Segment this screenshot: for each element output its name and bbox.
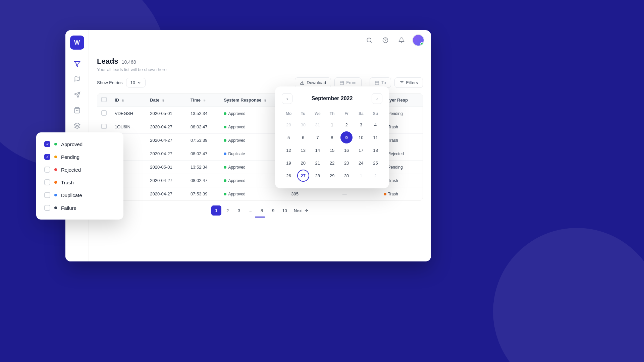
page-3[interactable]: 3 — [234, 205, 244, 216]
entries-select[interactable]: 10 — [126, 78, 146, 87]
calendar-day-2-0[interactable]: 12 — [283, 144, 295, 156]
calendar-day-3-4[interactable]: 23 — [340, 157, 353, 169]
calendar-day-1-0[interactable]: 5 — [283, 131, 295, 143]
svg-rect-15 — [375, 81, 379, 85]
sidebar-item-bag[interactable] — [71, 104, 84, 117]
sidebar-item-send[interactable] — [71, 88, 84, 101]
col-time: Time ⇅ — [186, 94, 220, 107]
calendar-day-4-3[interactable]: 29 — [326, 170, 338, 182]
svg-point-6 — [367, 38, 371, 42]
filter-checkbox-rejected[interactable] — [44, 167, 50, 173]
filter-popup: Approved Pending Rejected Trash Duplicat… — [36, 132, 123, 220]
select-all-checkbox[interactable] — [101, 97, 107, 102]
calendar-prev-button[interactable]: ‹ — [282, 93, 292, 104]
page-1[interactable]: 1 — [211, 205, 221, 216]
calendar-day-0-3[interactable]: 1 — [326, 119, 338, 131]
cell-time: 08:02:47 — [186, 174, 220, 187]
filter-checkbox-approved[interactable] — [44, 141, 50, 147]
cell-date: 2020-04-27 — [146, 134, 186, 147]
sidebar-item-flag[interactable] — [71, 73, 84, 86]
page-9[interactable]: 9 — [268, 205, 278, 216]
filter-dot-trash — [54, 181, 57, 184]
bg-decoration-2 — [493, 228, 644, 362]
page-2[interactable]: 2 — [223, 205, 233, 216]
filter-item-failure[interactable]: Failure — [42, 201, 118, 214]
cell-time: 08:02:47 — [186, 147, 220, 161]
calendar-next-button[interactable]: › — [372, 93, 382, 104]
filter-dot-approved — [54, 143, 57, 145]
calendar-day-1-4[interactable]: 9 — [340, 131, 353, 143]
calendar-day-3-5[interactable]: 24 — [355, 157, 367, 169]
page-count: 10,468 — [122, 59, 136, 65]
table-row: 5 2020-04-27 07:53:39 Approved 395 — Tra… — [97, 187, 423, 201]
calendar-day-3-2[interactable]: 21 — [312, 157, 324, 169]
calendar-day-header: Tu — [296, 109, 310, 118]
page-10[interactable]: 10 — [280, 205, 290, 216]
calendar-day-2-3[interactable]: 15 — [326, 144, 338, 156]
filter-checkbox-trash[interactable] — [44, 179, 50, 185]
calendar-day-1-5[interactable]: 10 — [355, 131, 367, 143]
calendar-day-1-2[interactable]: 7 — [312, 131, 324, 143]
calendar-day-0-0[interactable]: 29 — [283, 119, 295, 131]
calendar-day-2-2[interactable]: 14 — [312, 144, 324, 156]
cell-date: 2020-04-27 — [146, 120, 186, 134]
page-subtitle: Your all leads list will be shown here — [97, 67, 423, 72]
app-logo[interactable]: W — [70, 36, 84, 50]
cell-date: 2020-05-01 — [146, 161, 186, 174]
page-title: Leads — [97, 57, 118, 66]
calendar-day-0-1[interactable]: 30 — [297, 119, 309, 131]
calendar-day-3-1[interactable]: 20 — [297, 157, 309, 169]
filter-checkbox-duplicate[interactable] — [44, 192, 50, 198]
filter-item-pending[interactable]: Pending — [42, 150, 118, 163]
filter-dot-rejected — [54, 168, 57, 171]
pagination: 1 2 3 ... 8 9 10 Next — [97, 205, 423, 216]
row-checkbox-0[interactable] — [101, 110, 107, 116]
calendar-day-2-1[interactable]: 13 — [297, 144, 309, 156]
filters-button[interactable]: Filters — [394, 77, 423, 88]
filter-item-approved[interactable]: Approved — [42, 138, 118, 150]
calendar-day-2-4[interactable]: 16 — [340, 144, 353, 156]
avatar-online-dot — [420, 42, 423, 45]
calendar-day-4-6[interactable]: 2 — [369, 170, 381, 182]
calendar-day-0-2[interactable]: 31 — [312, 119, 324, 131]
calendar-day-3-6[interactable]: 25 — [369, 157, 381, 169]
notification-icon[interactable] — [396, 35, 407, 46]
calendar-day-4-0[interactable]: 26 — [283, 170, 295, 182]
filter-checkbox-failure[interactable] — [44, 205, 50, 211]
svg-rect-11 — [340, 81, 344, 85]
calendar-day-0-4[interactable]: 2 — [340, 119, 353, 131]
calendar-day-header: Mo — [282, 109, 296, 118]
calendar-day-4-5[interactable]: 1 — [355, 170, 367, 182]
calendar-day-4-4[interactable]: 30 — [340, 170, 353, 182]
search-icon[interactable] — [364, 35, 375, 46]
filter-label-trash: Trash — [61, 180, 74, 185]
calendar-day-0-6[interactable]: 4 — [369, 119, 381, 131]
calendar-day-2-5[interactable]: 17 — [355, 144, 367, 156]
filter-item-duplicate[interactable]: Duplicate — [42, 189, 118, 201]
filter-checkbox-pending[interactable] — [44, 154, 50, 160]
sidebar-item-layers[interactable] — [71, 119, 84, 132]
page-8[interactable]: 8 — [257, 205, 267, 216]
calendar-day-2-6[interactable]: 18 — [369, 144, 381, 156]
next-button[interactable]: Next — [294, 208, 309, 213]
calendar-header: ‹ September 2022 › — [282, 93, 382, 104]
calendar-day-3-0[interactable]: 19 — [283, 157, 295, 169]
calendar-day-1-3[interactable]: 8 — [326, 131, 338, 143]
calendar-day-3-3[interactable]: 22 — [326, 157, 338, 169]
calendar-day-1-6[interactable]: 11 — [369, 131, 381, 143]
calendar-day-4-2[interactable]: 28 — [312, 170, 324, 182]
row-checkbox-1[interactable] — [101, 124, 107, 129]
avatar[interactable] — [412, 34, 424, 46]
filter-label-duplicate: Duplicate — [61, 192, 82, 198]
filter-item-trash[interactable]: Trash — [42, 176, 118, 189]
cell-time: 08:02:47 — [186, 120, 220, 134]
help-icon[interactable] — [380, 35, 391, 46]
calendar-day-1-1[interactable]: 6 — [297, 131, 309, 143]
filter-dot-pending — [54, 156, 57, 158]
cell-buyer-resp: Trash — [380, 187, 423, 201]
calendar-day-0-5[interactable]: 3 — [355, 119, 367, 131]
filter-item-rejected[interactable]: Rejected — [42, 163, 118, 176]
col-date: Date ⇅ — [146, 94, 186, 107]
calendar-day-4-1[interactable]: 27 — [297, 170, 309, 182]
sidebar-item-filter[interactable] — [71, 58, 84, 70]
